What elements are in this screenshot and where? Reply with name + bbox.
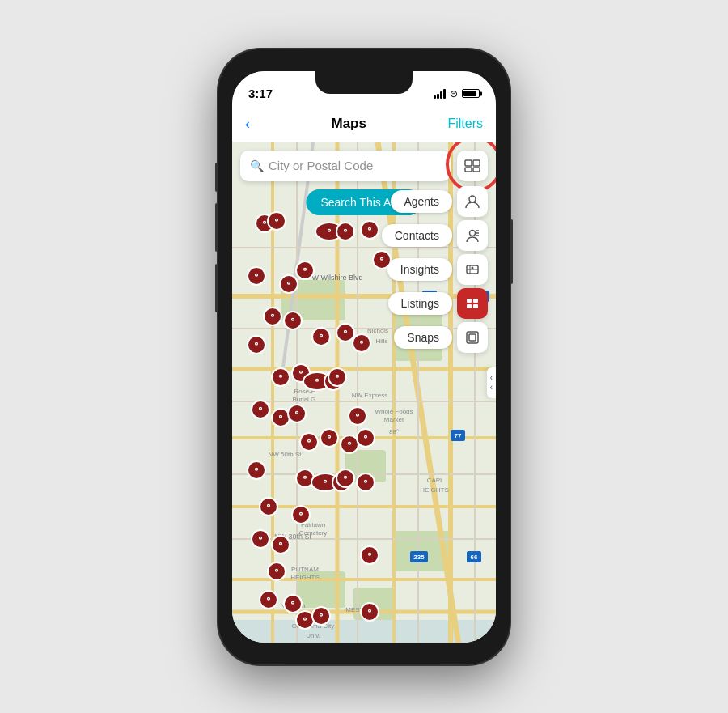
svg-text:88°: 88° xyxy=(389,428,399,435)
contacts-icon-button[interactable] xyxy=(457,220,488,251)
svg-text:CAPI: CAPI xyxy=(427,477,442,484)
map-toggle-button[interactable] xyxy=(457,151,488,181)
map-pin xyxy=(271,535,290,554)
agents-icon-button[interactable] xyxy=(457,186,488,217)
svg-rect-90 xyxy=(473,304,478,308)
nav-title: Maps xyxy=(331,116,366,132)
svg-text:77: 77 xyxy=(455,432,462,439)
snaps-icon-button[interactable] xyxy=(457,322,488,353)
wifi-icon: ⊜ xyxy=(450,88,458,100)
map-area[interactable]: 44 44 77 235 66 W Wilshire Blvd Nichols … xyxy=(232,142,496,643)
nav-bar: ‹ Maps Filters xyxy=(232,107,496,142)
map-pin xyxy=(311,606,331,626)
map-pin xyxy=(279,274,298,294)
map-pin xyxy=(267,562,286,581)
map-pin xyxy=(263,307,282,326)
map-pin xyxy=(320,428,339,448)
map-pin xyxy=(348,406,367,426)
listings-icon-button[interactable] xyxy=(457,288,488,319)
filters-button[interactable]: Filters xyxy=(447,117,483,131)
svg-text:NW 50th St: NW 50th St xyxy=(269,451,303,458)
svg-point-78 xyxy=(469,196,476,202)
map-pin xyxy=(247,335,266,354)
map-pin xyxy=(360,220,379,240)
contacts-label[interactable]: Contacts xyxy=(382,224,452,247)
map-pin xyxy=(360,602,379,622)
agents-label[interactable]: Agents xyxy=(391,190,452,213)
svg-rect-92 xyxy=(469,334,476,341)
svg-text:235: 235 xyxy=(413,554,425,561)
svg-point-79 xyxy=(470,230,476,236)
map-pin xyxy=(356,473,375,492)
dropdown-menu: Agents Contacts xyxy=(382,186,488,353)
map-pin xyxy=(311,327,331,346)
map-pin xyxy=(247,460,266,480)
map-pin xyxy=(356,428,375,448)
svg-text:Cemetery: Cemetery xyxy=(299,529,328,537)
collapse-panel[interactable]: ‹ ‹ xyxy=(487,367,496,398)
svg-text:HEIGHTS: HEIGHTS xyxy=(290,574,320,581)
svg-text:Univ.: Univ. xyxy=(306,632,320,639)
search-input-container[interactable]: 🔍 City or Postal Code xyxy=(240,151,451,181)
map-pin xyxy=(259,590,278,609)
listings-menu-row: Listings xyxy=(388,288,488,319)
svg-rect-91 xyxy=(467,332,478,343)
svg-text:Burial G.: Burial G. xyxy=(292,396,317,403)
phone-frame: 3:17 ⊜ ‹ Maps Filters xyxy=(218,49,510,664)
insights-icon xyxy=(465,262,480,277)
svg-text:Market: Market xyxy=(384,416,404,423)
contacts-menu-row: Contacts xyxy=(382,220,488,251)
svg-text:66: 66 xyxy=(471,554,478,561)
svg-text:W Wilshire Blvd: W Wilshire Blvd xyxy=(311,274,362,282)
insights-menu-row: Insights xyxy=(387,254,488,285)
svg-rect-88 xyxy=(473,299,478,303)
snaps-label[interactable]: Snaps xyxy=(394,326,452,349)
insights-label[interactable]: Insights xyxy=(387,258,452,281)
search-bar-overlay: 🔍 City or Postal Code xyxy=(240,151,488,181)
insights-icon-button[interactable] xyxy=(457,254,488,285)
map-pin xyxy=(352,333,371,353)
battery-icon xyxy=(462,89,480,98)
status-icons: ⊜ xyxy=(434,88,480,100)
svg-text:NW Express: NW Express xyxy=(352,392,387,399)
map-pin xyxy=(267,211,286,231)
svg-point-86 xyxy=(472,266,474,269)
map-pin xyxy=(247,266,266,286)
snaps-menu-row: Snaps xyxy=(394,322,488,353)
svg-text:PUTNAM: PUTNAM xyxy=(291,566,319,573)
signal-icon xyxy=(434,89,446,99)
map-pin xyxy=(336,222,355,241)
svg-rect-77 xyxy=(473,168,480,172)
volume-up-button[interactable] xyxy=(215,203,218,252)
map-pin xyxy=(283,311,303,330)
svg-rect-87 xyxy=(467,299,472,303)
collapse-arrow-down: ‹ xyxy=(490,384,493,392)
svg-rect-89 xyxy=(467,304,472,308)
power-button[interactable] xyxy=(510,219,513,284)
map-view-icon xyxy=(464,159,480,172)
volume-down-button[interactable] xyxy=(215,264,218,312)
map-pin xyxy=(299,432,319,452)
search-input[interactable]: City or Postal Code xyxy=(269,159,373,172)
map-pin xyxy=(283,594,303,613)
svg-rect-76 xyxy=(465,168,472,172)
map-pin xyxy=(328,367,347,387)
map-pin xyxy=(295,261,315,280)
svg-text:Whole Foods: Whole Foods xyxy=(375,408,413,415)
svg-rect-74 xyxy=(465,160,472,166)
back-button[interactable]: ‹ xyxy=(245,116,250,133)
notch xyxy=(315,71,413,94)
status-time: 3:17 xyxy=(248,87,273,100)
svg-rect-75 xyxy=(473,160,480,166)
listings-icon xyxy=(465,296,480,311)
collapse-arrow-up: ‹ xyxy=(490,374,493,382)
snaps-icon xyxy=(465,330,480,345)
listings-label[interactable]: Listings xyxy=(388,292,452,315)
phone-screen: 3:17 ⊜ ‹ Maps Filters xyxy=(232,71,496,643)
map-pin xyxy=(251,529,270,549)
map-pin xyxy=(287,404,307,423)
map-pin xyxy=(336,469,355,488)
map-pin xyxy=(360,545,379,565)
map-pin xyxy=(291,505,311,524)
svg-text:HEIGHTS: HEIGHTS xyxy=(420,486,449,494)
